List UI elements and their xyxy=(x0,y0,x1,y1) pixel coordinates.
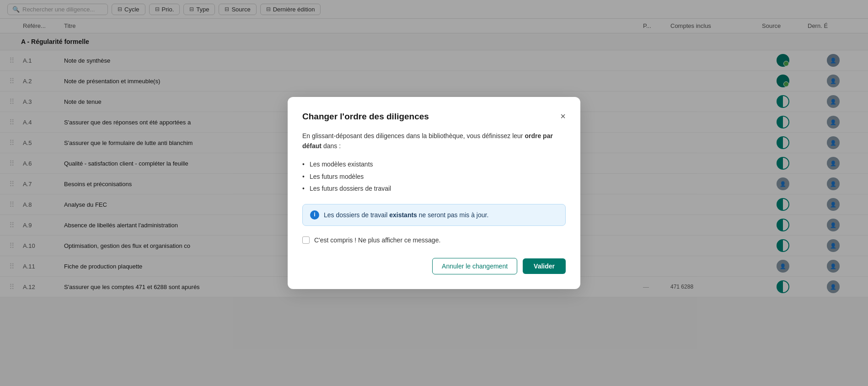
checkbox-row: C'est compris ! Ne plus afficher ce mess… xyxy=(302,235,566,245)
cancel-button[interactable]: Annuler le changement xyxy=(432,258,517,274)
list-item: Les futurs modèles xyxy=(302,171,566,182)
list-item: Les futurs dossiers de travail xyxy=(302,182,566,194)
checkbox-label[interactable]: C'est compris ! Ne plus afficher ce mess… xyxy=(314,235,440,245)
modal-footer: Annuler le changement Valider xyxy=(302,258,566,274)
modal-bullet-list: Les modèles existants Les futurs modèles… xyxy=(302,158,566,194)
info-icon: i xyxy=(310,210,319,220)
do-not-show-checkbox[interactable] xyxy=(302,236,310,244)
modal-header: Changer l'ordre des diligences × xyxy=(302,112,566,122)
info-text2: ne seront pas mis à jour. xyxy=(417,211,488,219)
info-text-bold: existants xyxy=(389,211,417,219)
info-text1: Les dossiers de travail xyxy=(324,211,389,219)
modal-title: Changer l'ordre des diligences xyxy=(302,112,429,122)
modal-desc-text1: En glissant-déposant des diligences dans… xyxy=(302,132,525,139)
list-item: Les modèles existants xyxy=(302,158,566,170)
modal-body: En glissant-déposant des diligences dans… xyxy=(302,131,566,246)
confirm-button[interactable]: Valider xyxy=(523,258,566,274)
modal: Changer l'ordre des diligences × En glis… xyxy=(288,97,580,290)
info-box: i Les dossiers de travail existants ne s… xyxy=(302,204,566,226)
modal-description: En glissant-déposant des diligences dans… xyxy=(302,131,566,151)
modal-overlay: Changer l'ordre des diligences × En glis… xyxy=(0,0,868,297)
modal-close-button[interactable]: × xyxy=(560,112,566,121)
modal-desc-text2: dans : xyxy=(321,142,341,150)
info-text: Les dossiers de travail existants ne ser… xyxy=(324,210,488,220)
